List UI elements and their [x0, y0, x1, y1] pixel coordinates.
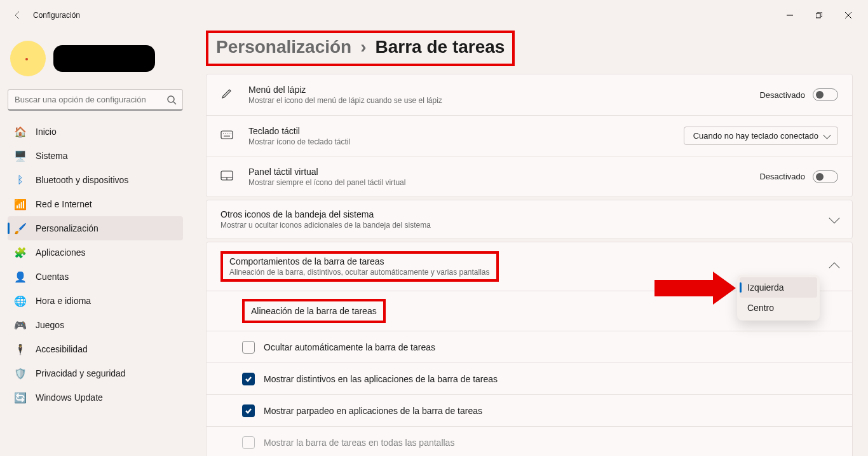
breadcrumb-parent[interactable]: Personalización — [216, 37, 351, 57]
sidebar-item-juegos[interactable]: 🎮Juegos — [8, 313, 183, 337]
row-pen-menu[interactable]: Menú del lápizMostrar el icono del menú … — [207, 74, 852, 115]
keyboard-icon — [220, 130, 233, 142]
annotation-arrow — [654, 280, 713, 296]
svg-rect-2 — [221, 131, 233, 139]
wifi-icon: 📶 — [14, 198, 27, 211]
system-icon: 🖥️ — [14, 149, 27, 162]
pen-toggle[interactable] — [813, 88, 838, 101]
behaviors-expander: Comportamientos de la barra de tareas Al… — [206, 242, 853, 456]
back-button[interactable] — [5, 3, 31, 28]
sidebar-item-privacidad[interactable]: 🛡️Privacidad y seguridad — [8, 361, 183, 385]
apps-icon: 🧩 — [14, 246, 27, 259]
accessibility-icon: 🕴️ — [14, 343, 27, 356]
tray-expander[interactable]: Otros iconos de la bandeja del sistemaMo… — [206, 200, 853, 239]
pen-toggle-label: Desactivado — [759, 90, 805, 100]
user-name-redacted — [53, 45, 155, 72]
chevron-down-icon — [829, 213, 840, 224]
accounts-icon: 👤 — [14, 270, 27, 283]
row-autohide[interactable]: Ocultar automáticamente la barra de tare… — [207, 331, 852, 363]
main-content: Personalización › Barra de tareas Menú d… — [191, 31, 868, 456]
row-all-screens: Mostrar la barra de tareas en todas las … — [207, 426, 852, 456]
gamepad-icon: 🎮 — [14, 319, 27, 331]
system-tray-card: Menú del lápizMostrar el icono del menú … — [206, 74, 853, 197]
autohide-checkbox[interactable] — [242, 341, 255, 354]
alignment-highlight: Alineación de la barra de tareas — [242, 299, 386, 323]
sidebar-item-cuentas[interactable]: 👤Cuentas — [8, 265, 183, 289]
pen-icon — [220, 87, 233, 102]
touchpad-icon — [220, 170, 233, 183]
sidebar-item-inicio[interactable]: 🏠Inicio — [8, 120, 183, 144]
svg-point-1 — [168, 96, 174, 102]
sidebar-item-sistema[interactable]: 🖥️Sistema — [8, 144, 183, 168]
titlebar: Configuración — [0, 0, 868, 31]
sidebar-item-red[interactable]: 📶Red e Internet — [8, 192, 183, 216]
row-badges[interactable]: Mostrar distintivos en las aplicaciones … — [207, 363, 852, 394]
chevron-right-icon: › — [360, 37, 366, 57]
breadcrumb: Personalización › Barra de tareas — [216, 37, 505, 57]
sidebar-item-personalizacion[interactable]: 🖌️Personalización — [8, 216, 183, 240]
sidebar-item-aplicaciones[interactable]: 🧩Aplicaciones — [8, 240, 183, 265]
clock-icon: 🌐 — [14, 294, 27, 307]
behaviors-highlight: Comportamientos de la barra de tareas Al… — [220, 251, 499, 282]
row-flash[interactable]: Mostrar parpadeo en aplicaciones de la b… — [207, 394, 852, 426]
update-icon: 🔄 — [14, 391, 27, 404]
badges-checkbox[interactable] — [242, 373, 255, 385]
menu-option-izquierda[interactable]: Izquierda — [740, 277, 817, 298]
home-icon: 🏠 — [14, 125, 27, 138]
search-input[interactable] — [8, 89, 183, 111]
vpad-toggle[interactable] — [813, 170, 838, 183]
flash-checkbox[interactable] — [242, 404, 255, 417]
vpad-toggle-label: Desactivado — [759, 172, 805, 181]
search-icon — [166, 95, 177, 105]
shield-icon: 🛡️ — [14, 367, 27, 380]
maximize-button[interactable] — [804, 5, 834, 25]
window-title: Configuración — [33, 11, 80, 20]
breadcrumb-current: Barra de tareas — [376, 37, 505, 57]
alignment-dropdown-menu: Izquierda Centro — [737, 275, 820, 321]
close-button[interactable] — [834, 5, 863, 25]
sidebar-item-bluetooth[interactable]: ᛒBluetooth y dispositivos — [8, 168, 183, 192]
brush-icon: 🖌️ — [14, 222, 27, 235]
touch-keyboard-dropdown[interactable]: Cuando no hay teclado conectado — [684, 127, 838, 145]
minimize-button[interactable] — [775, 5, 804, 25]
bluetooth-icon: ᛒ — [14, 174, 27, 186]
chevron-up-icon — [829, 263, 840, 273]
sidebar-item-update[interactable]: 🔄Windows Update — [8, 385, 183, 410]
sidebar-item-hora[interactable]: 🌐Hora e idioma — [8, 289, 183, 313]
breadcrumb-highlight: Personalización › Barra de tareas — [206, 31, 515, 66]
allscreens-checkbox — [242, 436, 255, 449]
svg-rect-0 — [816, 13, 820, 18]
sidebar: 🏠Inicio 🖥️Sistema ᛒBluetooth y dispositi… — [0, 31, 191, 456]
menu-option-centro[interactable]: Centro — [740, 298, 817, 318]
sidebar-item-accesibilidad[interactable]: 🕴️Accesibilidad — [8, 337, 183, 361]
search-box[interactable] — [8, 89, 183, 111]
row-virtual-touchpad[interactable]: Panel táctil virtualMostrar siempre el í… — [207, 156, 852, 197]
row-touch-keyboard[interactable]: Teclado táctilMostrar ícono de teclado t… — [207, 115, 852, 156]
nav-list: 🏠Inicio 🖥️Sistema ᛒBluetooth y dispositi… — [8, 120, 183, 410]
avatar — [10, 41, 46, 76]
user-profile[interactable] — [8, 36, 183, 86]
